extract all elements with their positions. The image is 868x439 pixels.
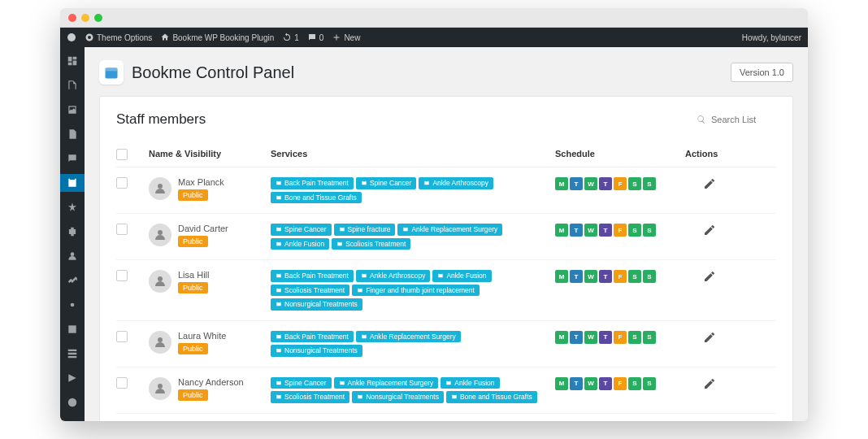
schedule-day[interactable]: S — [628, 177, 641, 190]
service-tag[interactable]: Scoliosis Treatment — [332, 238, 410, 250]
sidebar-tools[interactable] — [60, 272, 85, 289]
schedule-day[interactable]: T — [570, 331, 583, 344]
edit-button[interactable] — [703, 270, 716, 286]
edit-button[interactable] — [703, 331, 716, 347]
sidebar-item-a[interactable] — [60, 320, 85, 338]
service-tag[interactable]: Bone and Tissue Grafts — [446, 391, 537, 403]
schedule-day[interactable]: F — [614, 224, 627, 237]
schedule-day[interactable]: S — [643, 377, 656, 390]
site-name-link[interactable]: Bookme WP Booking Plugin — [160, 33, 274, 42]
service-tag[interactable]: Finger and thumb joint replacement — [352, 285, 480, 297]
schedule-day[interactable]: S — [643, 177, 656, 190]
minimize-window-dot[interactable] — [81, 14, 89, 22]
schedule-day[interactable]: T — [599, 224, 612, 237]
service-tag[interactable]: Nonsurgical Treatments — [352, 391, 444, 403]
sidebar-media[interactable] — [60, 101, 85, 119]
service-tag[interactable]: Ankle Fusion — [432, 270, 491, 282]
service-tag[interactable]: Ankle Fusion — [441, 377, 499, 389]
edit-button[interactable] — [703, 377, 716, 393]
updates-link[interactable]: 1 — [282, 33, 299, 42]
select-all-checkbox[interactable] — [116, 149, 128, 160]
close-window-dot[interactable] — [68, 14, 76, 22]
schedule-day[interactable]: S — [628, 270, 641, 283]
schedule-day[interactable]: T — [570, 224, 583, 237]
search-input[interactable] — [711, 115, 776, 124]
row-checkbox[interactable] — [116, 224, 128, 235]
sidebar-users[interactable] — [60, 247, 85, 265]
schedule-day[interactable]: T — [599, 377, 612, 390]
service-tag[interactable]: Back Pain Treatment — [271, 331, 354, 343]
service-tag[interactable]: Spine Cancer — [271, 377, 332, 389]
service-tag[interactable]: Scoliosis Treatment — [271, 285, 349, 297]
service-tag[interactable]: Ankle Arthroscopy — [419, 177, 493, 189]
user-greeting[interactable]: Howdy, bylancer — [742, 33, 801, 42]
row-checkbox[interactable] — [116, 377, 128, 389]
row-checkbox[interactable] — [116, 270, 128, 281]
sidebar-pages[interactable] — [60, 125, 85, 143]
schedule-day[interactable]: S — [628, 224, 641, 237]
schedule-day[interactable]: M — [555, 377, 568, 390]
service-tag[interactable]: Ankle Replacement Surgery — [356, 331, 461, 343]
wp-logo[interactable] — [67, 33, 76, 42]
new-link[interactable]: New — [332, 33, 360, 42]
service-tag[interactable]: Nonsurgical Treatments — [271, 345, 362, 357]
comments-link[interactable]: 0 — [307, 33, 324, 42]
schedule-day[interactable]: T — [599, 177, 612, 190]
edit-button[interactable] — [703, 224, 716, 240]
service-tag[interactable]: Ankle Replacement Surgery — [334, 377, 439, 389]
sidebar-item-b[interactable] — [60, 345, 85, 363]
sidebar-comments[interactable] — [60, 150, 85, 167]
sidebar-item-c[interactable] — [60, 369, 85, 387]
service-tag[interactable]: Nonsurgical Treatments — [271, 298, 362, 311]
schedule-day[interactable]: T — [599, 270, 612, 283]
schedule-day[interactable]: S — [628, 331, 641, 344]
schedule-day[interactable]: M — [555, 331, 568, 344]
row-checkbox[interactable] — [116, 177, 128, 189]
maximize-window-dot[interactable] — [94, 14, 102, 22]
schedule-day[interactable]: W — [584, 270, 597, 283]
service-tag[interactable]: Scoliosis Treatment — [271, 391, 349, 403]
schedule-day[interactable]: F — [614, 177, 627, 190]
schedule-day[interactable]: S — [643, 331, 656, 344]
schedule-day[interactable]: F — [614, 331, 627, 344]
sidebar-dashboard[interactable] — [60, 52, 85, 70]
schedule-day[interactable]: W — [584, 377, 597, 390]
schedule-day[interactable]: M — [555, 270, 568, 283]
schedule-day[interactable]: T — [570, 377, 583, 390]
service-tag[interactable]: Ankle Replacement Surgery — [397, 224, 502, 236]
schedule-day[interactable]: M — [555, 177, 568, 190]
schedule-day[interactable]: W — [584, 331, 597, 344]
service-tag[interactable]: Ankle Fusion — [271, 238, 329, 250]
schedule-day[interactable]: S — [643, 270, 656, 283]
sidebar-posts[interactable] — [60, 76, 85, 94]
svg-point-0 — [67, 33, 76, 41]
search-box[interactable] — [697, 115, 776, 124]
schedule-cell: MTWTFSS — [555, 377, 677, 390]
service-tag[interactable]: Spine Cancer — [356, 177, 417, 189]
schedule-day[interactable]: T — [570, 177, 583, 190]
service-tag[interactable]: Back Pain Treatment — [271, 270, 354, 282]
visibility-badge: Public — [178, 343, 208, 354]
service-tag[interactable]: Ankle Arthroscopy — [356, 270, 431, 282]
schedule-day[interactable]: W — [584, 177, 597, 190]
schedule-day[interactable]: S — [643, 224, 656, 237]
schedule-day[interactable]: W — [584, 224, 597, 237]
row-checkbox[interactable] — [116, 331, 128, 342]
sidebar-collapse[interactable] — [60, 393, 85, 411]
schedule-day[interactable]: F — [614, 377, 627, 390]
schedule-day[interactable]: M — [555, 224, 568, 237]
service-tag[interactable]: Bone and Tissue Grafts — [271, 192, 362, 204]
theme-options-link[interactable]: Theme Options — [85, 33, 152, 42]
service-tag[interactable]: Spine fracture — [334, 224, 396, 236]
service-tag[interactable]: Back Pain Treatment — [271, 177, 354, 189]
schedule-day[interactable]: T — [570, 270, 583, 283]
service-tag[interactable]: Spine Cancer — [271, 224, 332, 236]
schedule-day[interactable]: T — [599, 331, 612, 344]
sidebar-settings[interactable] — [60, 296, 85, 314]
sidebar-appearance[interactable] — [60, 198, 85, 216]
sidebar-plugins[interactable] — [60, 223, 85, 241]
schedule-day[interactable]: S — [628, 377, 641, 390]
edit-button[interactable] — [703, 177, 716, 193]
sidebar-bookme[interactable] — [60, 174, 85, 192]
schedule-day[interactable]: F — [614, 270, 627, 283]
